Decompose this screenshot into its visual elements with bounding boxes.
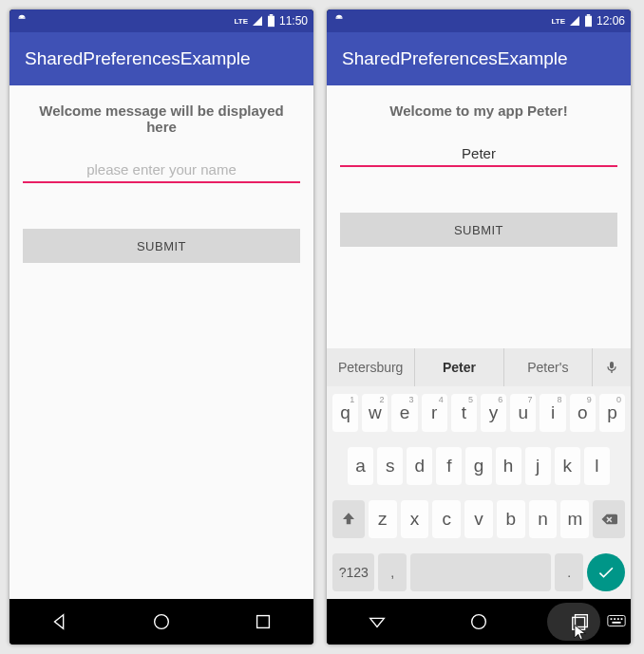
- clock-label: 12:06: [597, 14, 625, 28]
- suggestion-item[interactable]: Peter: [415, 348, 503, 386]
- nav-back-button[interactable]: [37, 599, 83, 645]
- lte-label: LTE: [234, 17, 248, 26]
- app-bar: SharedPreferencesExample: [9, 32, 313, 85]
- svg-rect-12: [617, 618, 619, 620]
- key-l[interactable]: l: [584, 447, 610, 485]
- key-row-2: asdfghjkl: [327, 439, 631, 493]
- android-head-icon: [15, 13, 28, 29]
- signal-icon: [252, 15, 263, 27]
- submit-button[interactable]: SUBMIT: [340, 213, 617, 247]
- key-f[interactable]: f: [436, 447, 462, 485]
- key-u[interactable]: u7: [510, 394, 536, 432]
- period-key[interactable]: .: [555, 553, 583, 591]
- key-v[interactable]: v: [464, 500, 493, 538]
- key-row-3: zxcvbnm: [327, 493, 631, 546]
- svg-rect-0: [268, 16, 275, 27]
- shift-key[interactable]: [332, 500, 365, 538]
- backspace-key[interactable]: [593, 500, 625, 538]
- key-t[interactable]: t5: [451, 394, 477, 432]
- svg-rect-3: [256, 616, 269, 628]
- key-w[interactable]: w2: [362, 394, 388, 432]
- svg-rect-1: [270, 14, 274, 16]
- key-e[interactable]: e3: [391, 394, 417, 432]
- key-j[interactable]: j: [525, 447, 551, 485]
- key-c[interactable]: c: [432, 500, 461, 538]
- svg-rect-5: [587, 14, 591, 16]
- key-row-4: ?123 , .: [327, 546, 631, 599]
- key-y[interactable]: y6: [481, 394, 506, 432]
- svg-rect-11: [614, 618, 616, 620]
- key-s[interactable]: s: [377, 447, 403, 485]
- welcome-message: Welcome to my app Peter!: [389, 103, 567, 119]
- battery-icon: [267, 14, 275, 28]
- key-r[interactable]: r4: [422, 394, 447, 432]
- device-right: LTE 12:06 SharedPreferencesExample Welco…: [327, 9, 631, 645]
- nav-home-button[interactable]: [456, 599, 502, 645]
- name-input[interactable]: [340, 140, 617, 167]
- key-a[interactable]: a: [348, 447, 373, 485]
- key-o[interactable]: o9: [570, 394, 596, 432]
- key-d[interactable]: d: [407, 447, 432, 485]
- key-g[interactable]: g: [465, 447, 491, 485]
- app-screen: Welcome message will be displayed here S…: [9, 85, 313, 599]
- nav-recents-button[interactable]: [240, 599, 286, 645]
- submit-button[interactable]: SUBMIT: [23, 229, 300, 263]
- svg-point-6: [472, 615, 486, 629]
- navigation-bar: [327, 599, 631, 645]
- battery-icon: [584, 14, 593, 28]
- key-b[interactable]: b: [497, 500, 525, 538]
- key-x[interactable]: x: [401, 500, 429, 538]
- signal-icon: [569, 15, 580, 27]
- svg-rect-10: [611, 618, 613, 620]
- key-q[interactable]: q1: [332, 394, 358, 432]
- symbols-key[interactable]: ?123: [332, 553, 374, 591]
- mouse-cursor-icon: [572, 622, 589, 643]
- key-i[interactable]: i8: [540, 394, 565, 432]
- lte-label: LTE: [551, 17, 565, 26]
- key-m[interactable]: m: [560, 500, 589, 538]
- clock-label: 11:50: [279, 14, 308, 28]
- status-bar: LTE 11:50: [9, 9, 313, 32]
- suggestion-bar: Petersburg Peter Peter's: [327, 348, 631, 386]
- android-head-icon: [332, 13, 346, 29]
- app-title: SharedPreferencesExample: [342, 48, 568, 69]
- svg-rect-4: [585, 16, 592, 27]
- svg-rect-9: [608, 616, 625, 626]
- spacebar-key[interactable]: [410, 553, 551, 591]
- soft-keyboard: Petersburg Peter Peter's q1w2e3r4t5y6u7i…: [327, 348, 631, 599]
- mic-icon[interactable]: [593, 348, 631, 386]
- welcome-message: Welcome message will be displayed here: [23, 103, 300, 135]
- name-input[interactable]: [23, 156, 300, 183]
- keyboard-toggle-icon[interactable]: [606, 610, 627, 631]
- enter-key[interactable]: [587, 553, 625, 591]
- app-screen: Welcome to my app Peter! SUBMIT Petersbu…: [327, 85, 631, 599]
- nav-home-button[interactable]: [139, 599, 184, 645]
- comma-key[interactable]: ,: [378, 553, 407, 591]
- navigation-bar: [9, 599, 313, 645]
- suggestion-item[interactable]: Petersburg: [327, 348, 415, 386]
- device-left: LTE 11:50 SharedPreferencesExample Welco…: [9, 9, 313, 645]
- svg-rect-13: [621, 618, 623, 620]
- key-p[interactable]: p0: [599, 394, 625, 432]
- status-bar: LTE 12:06: [327, 9, 631, 32]
- key-h[interactable]: h: [496, 447, 521, 485]
- nav-back-button[interactable]: [354, 599, 400, 645]
- key-row-1: q1w2e3r4t5y6u7i8o9p0: [327, 386, 631, 439]
- svg-point-2: [155, 615, 169, 629]
- key-n[interactable]: n: [529, 500, 558, 538]
- suggestion-item[interactable]: Peter's: [504, 348, 593, 386]
- svg-rect-14: [612, 622, 620, 624]
- app-title: SharedPreferencesExample: [25, 48, 251, 69]
- key-z[interactable]: z: [369, 500, 397, 538]
- app-bar: SharedPreferencesExample: [327, 32, 631, 85]
- key-k[interactable]: k: [555, 447, 580, 485]
